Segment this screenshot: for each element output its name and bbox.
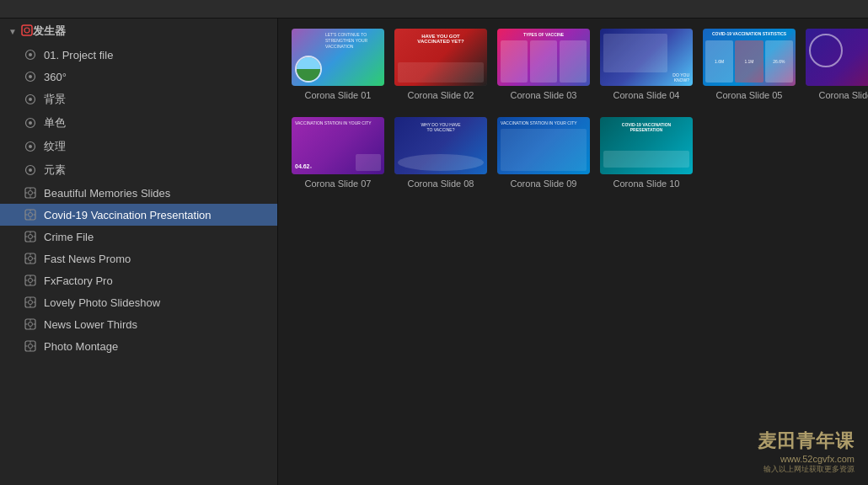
sidebar-item-news-lower-thirds[interactable]: News Lower Thirds bbox=[0, 313, 277, 335]
watermark-sub-text: 输入以上网址获取更多资源 bbox=[758, 464, 855, 475]
svg-point-39 bbox=[29, 279, 33, 283]
svg-point-33 bbox=[29, 257, 33, 261]
svg-point-57 bbox=[29, 344, 33, 349]
svg-point-7 bbox=[29, 98, 32, 101]
slide-label-slide-02: Corona Slide 02 bbox=[408, 90, 474, 100]
slide-label-slide-03: Corona Slide 03 bbox=[511, 90, 577, 100]
grid-item-slide-05[interactable]: COVID-19 VACCINATION STATISTICS 1.6M 1.1… bbox=[703, 29, 796, 100]
sidebar-item-label-photo-montage: Photo Montage bbox=[44, 340, 118, 353]
slide-label-slide-07: Corona Slide 07 bbox=[305, 179, 372, 189]
svg-point-9 bbox=[29, 121, 32, 125]
grid-item-slide-07[interactable]: VACCINATION STATION IN YOUR CITY 04.62₀ … bbox=[292, 117, 384, 189]
sidebar-item-label-texture: 纹理 bbox=[44, 139, 66, 154]
sidebar-item-label-crime-file: Crime File bbox=[44, 231, 94, 243]
sidebar-item-icon-photo-montage bbox=[24, 339, 37, 353]
sidebar-item-label-covid19: Covid-19 Vaccination Presentation bbox=[44, 209, 212, 221]
slide-label-slide-06: Corona Slide 06 bbox=[819, 90, 868, 100]
sidebar-item-background[interactable]: 背景 bbox=[0, 88, 277, 111]
svg-rect-0 bbox=[22, 25, 32, 35]
sidebar-item-label-360: 360° bbox=[44, 71, 67, 83]
thumb-slide-07: VACCINATION STATION IN YOUR CITY 04.62₀ bbox=[292, 117, 384, 174]
svg-point-3 bbox=[29, 53, 32, 56]
sidebar-item-photo-montage[interactable]: Photo Montage bbox=[0, 335, 277, 357]
sidebar-item-icon-solid bbox=[24, 116, 37, 130]
sidebar-item-label-news-lower-thirds: News Lower Thirds bbox=[44, 318, 137, 331]
svg-point-13 bbox=[29, 168, 32, 172]
sidebar-item-label-lovely-photo: Lovely Photo Slideshow bbox=[44, 296, 160, 309]
thumb-slide-02: HAVE YOU GOTVACCINATED YET? bbox=[394, 29, 487, 86]
thumb-slide-01: LET'S CONTINUE TOSTRENGTHEN YOURVACCINAT… bbox=[292, 29, 384, 86]
grid-item-slide-02[interactable]: HAVE YOU GOTVACCINATED YET? Corona Slide… bbox=[394, 29, 487, 100]
thumb-slide-10: COVID-19 VACCINATIONPRESENTATION bbox=[600, 117, 693, 174]
sidebar-header-icon bbox=[21, 24, 33, 39]
sidebar-item-element[interactable]: 元素 bbox=[0, 158, 277, 182]
svg-point-11 bbox=[29, 145, 32, 148]
sidebar-item-texture[interactable]: 纹理 bbox=[0, 135, 277, 158]
svg-point-45 bbox=[29, 301, 33, 305]
svg-point-15 bbox=[29, 191, 33, 195]
grid-item-slide-06[interactable]: 86.6% Corona Slide 06 bbox=[806, 29, 868, 100]
thumb-slide-09: VACCINATION STATION IN YOUR CITY bbox=[497, 117, 590, 174]
sidebar-item-label-element: 元素 bbox=[44, 163, 66, 178]
slide-label-slide-05: Corona Slide 05 bbox=[716, 90, 783, 100]
thumb-slide-04: DO YOUKNOW? bbox=[600, 29, 693, 86]
svg-point-1 bbox=[24, 28, 29, 33]
sidebar-item-icon-project-file bbox=[24, 48, 37, 61]
watermark-main-text: 麦田青年课 bbox=[758, 429, 855, 454]
watermark-url-text: www.52cgvfx.com bbox=[758, 454, 855, 464]
sidebar-header-label: 发生器 bbox=[33, 24, 66, 39]
sidebar-item-lovely-photo[interactable]: Lovely Photo Slideshow bbox=[0, 291, 277, 313]
thumb-slide-06: 86.6% bbox=[806, 29, 868, 86]
thumb-slide-08: WHY DO YOU HAVETO VACCINE? bbox=[394, 117, 487, 174]
watermark: 麦田青年课 www.52cgvfx.com 输入以上网址获取更多资源 bbox=[758, 429, 855, 475]
sidebar-item-label-solid: 单色 bbox=[44, 115, 66, 131]
sidebar-item-icon-news-lower-thirds bbox=[24, 317, 37, 331]
thumb-slide-05: COVID-19 VACCINATION STATISTICS 1.6M 1.1… bbox=[703, 29, 796, 86]
sidebar-item-icon-crime-file bbox=[24, 230, 37, 243]
sidebar-item-icon-covid19 bbox=[24, 208, 37, 221]
sidebar-item-label-beautiful-memories: Beautiful Memories Slides bbox=[44, 187, 170, 200]
top-bar bbox=[0, 0, 868, 19]
sidebar-item-solid[interactable]: 单色 bbox=[0, 111, 277, 135]
sidebar-item-360[interactable]: 360° bbox=[0, 66, 277, 88]
main-layout: ▼ 发生器 01. Project file 360° 背景 单色 bbox=[0, 19, 868, 485]
sidebar-item-fxfactory-pro[interactable]: FxFactory Pro bbox=[0, 269, 277, 291]
grid-item-slide-08[interactable]: WHY DO YOU HAVETO VACCINE? Corona Slide … bbox=[394, 117, 487, 189]
grid-item-slide-10[interactable]: COVID-19 VACCINATIONPRESENTATION Corona … bbox=[600, 117, 693, 189]
sidebar-item-label-fast-news-promo: Fast News Promo bbox=[44, 253, 131, 265]
svg-point-51 bbox=[29, 322, 33, 327]
sidebar: ▼ 发生器 01. Project file 360° 背景 单色 bbox=[0, 19, 278, 485]
slide-label-slide-08: Corona Slide 08 bbox=[408, 179, 474, 189]
sidebar-item-icon-texture bbox=[24, 140, 37, 153]
grid-item-slide-09[interactable]: VACCINATION STATION IN YOUR CITY Corona … bbox=[497, 117, 590, 189]
grid-row-2: VACCINATION STATION IN YOUR CITY 04.62₀ … bbox=[292, 117, 855, 189]
grid-item-slide-04[interactable]: DO YOUKNOW? Corona Slide 04 bbox=[600, 29, 693, 100]
sidebar-item-icon-fast-news-promo bbox=[24, 252, 37, 265]
grid-row-1: LET'S CONTINUE TOSTRENGTHEN YOURVACCINAT… bbox=[292, 29, 855, 100]
sidebar-header[interactable]: ▼ 发生器 bbox=[0, 19, 277, 44]
sidebar-item-icon-fxfactory-pro bbox=[24, 274, 37, 287]
svg-point-21 bbox=[29, 213, 33, 217]
sidebar-item-project-file[interactable]: 01. Project file bbox=[0, 44, 277, 66]
sidebar-item-label-fxfactory-pro: FxFactory Pro bbox=[44, 274, 113, 287]
sidebar-item-label-background: 背景 bbox=[44, 92, 66, 107]
sidebar-item-covid19[interactable]: Covid-19 Vaccination Presentation bbox=[0, 204, 277, 226]
sidebar-item-icon-element bbox=[24, 163, 37, 177]
sidebar-item-fast-news-promo[interactable]: Fast News Promo bbox=[0, 248, 277, 269]
content-area: LET'S CONTINUE TOSTRENGTHEN YOURVACCINAT… bbox=[278, 19, 868, 485]
grid-item-slide-01[interactable]: LET'S CONTINUE TOSTRENGTHEN YOURVACCINAT… bbox=[292, 29, 384, 100]
svg-point-5 bbox=[29, 75, 32, 78]
sidebar-item-icon-background bbox=[24, 93, 37, 106]
sidebar-items-container: 01. Project file 360° 背景 单色 纹理 元素 Beauti… bbox=[0, 44, 277, 357]
svg-point-27 bbox=[29, 235, 33, 239]
sidebar-item-crime-file[interactable]: Crime File bbox=[0, 226, 277, 248]
sidebar-item-beautiful-memories[interactable]: Beautiful Memories Slides bbox=[0, 182, 277, 204]
slide-label-slide-10: Corona Slide 10 bbox=[613, 179, 680, 189]
sidebar-item-icon-360 bbox=[24, 70, 37, 83]
thumb-slide-03: TYPES OF VACCINE bbox=[497, 29, 590, 86]
sidebar-item-icon-lovely-photo bbox=[24, 296, 37, 309]
slide-label-slide-09: Corona Slide 09 bbox=[511, 179, 577, 189]
grid-item-slide-03[interactable]: TYPES OF VACCINE Corona Slide 03 bbox=[497, 29, 590, 100]
sidebar-item-label-project-file: 01. Project file bbox=[44, 49, 113, 61]
sidebar-item-icon-beautiful-memories bbox=[24, 186, 37, 200]
